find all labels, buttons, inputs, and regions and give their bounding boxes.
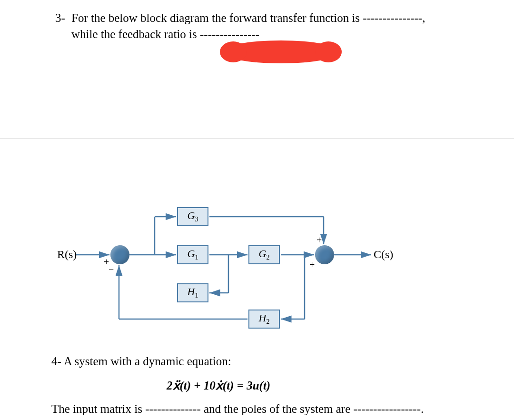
block-diagram: R(s) C(s) + − + + G3 G1 G2 H1 H2: [57, 207, 390, 340]
summing-junction-1: [110, 245, 129, 264]
sum2-plus-top-sign: +: [316, 235, 322, 246]
svg-point-2: [315, 41, 342, 62]
q3-line1: For the below block diagram the forward …: [71, 11, 425, 25]
q3-number: 3-: [55, 11, 65, 25]
block-g3: G3: [177, 207, 208, 226]
block-h1: H1: [177, 283, 208, 302]
sum1-minus-sign: −: [109, 264, 114, 275]
output-label: C(s): [374, 248, 393, 261]
summing-junction-2: [315, 245, 334, 264]
separator-line: [0, 138, 514, 139]
input-label: R(s): [57, 248, 77, 261]
block-g3-label: G3: [188, 210, 198, 223]
block-h2-label: H2: [259, 312, 270, 326]
block-g1: G1: [177, 245, 208, 264]
red-annotation-blob: [219, 39, 343, 65]
diagram-wires: [57, 207, 390, 340]
block-g2: G2: [248, 245, 280, 264]
svg-point-1: [220, 41, 247, 62]
q4-equation: 2ẍ(t) + 10ẋ(t) = 3u(t): [167, 379, 270, 392]
q4-line3: The input matrix is -------------- and t…: [51, 402, 424, 416]
q4-line1: 4- A system with a dynamic equation:: [51, 355, 231, 368]
sum2-plus-bottom-sign: +: [309, 260, 315, 270]
block-g2-label: G2: [259, 248, 270, 261]
block-g1-label: G1: [188, 248, 198, 261]
block-h2: H2: [248, 310, 280, 329]
block-h1-label: H1: [188, 286, 198, 300]
